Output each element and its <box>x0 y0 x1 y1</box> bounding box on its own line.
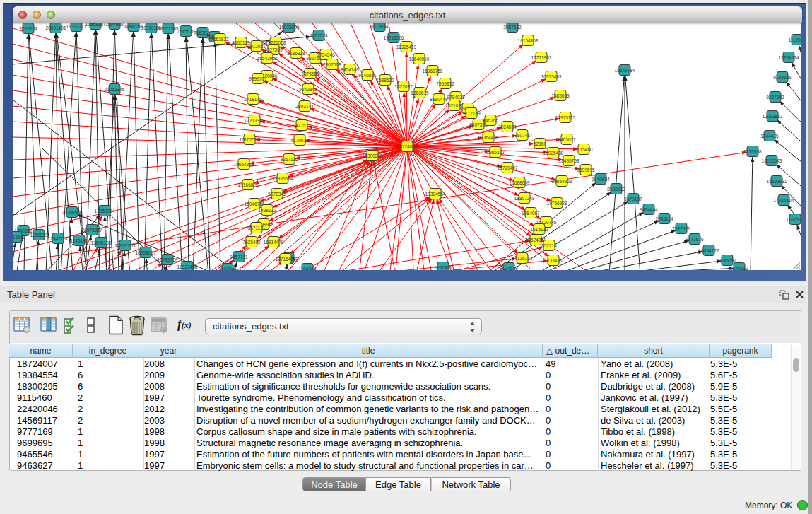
svg-text:2087682: 2087682 <box>503 25 522 30</box>
svg-text:12093852: 12093852 <box>763 114 783 119</box>
svg-text:19332771: 19332771 <box>66 24 87 29</box>
svg-text:9457791: 9457791 <box>230 255 248 259</box>
svg-text:14136141: 14136141 <box>512 256 533 261</box>
svg-text:7955812: 7955812 <box>436 81 454 86</box>
svg-text:4170012: 4170012 <box>290 138 309 143</box>
svg-text:9242848: 9242848 <box>299 87 317 92</box>
svg-text:17359924: 17359924 <box>95 209 115 214</box>
svg-text:1498222: 1498222 <box>258 208 276 213</box>
svg-text:12213967: 12213967 <box>531 55 552 60</box>
svg-text:7515526: 7515526 <box>177 29 195 34</box>
svg-text:7485063: 7485063 <box>551 93 570 98</box>
svg-text:9129966: 9129966 <box>773 75 792 80</box>
svg-text:9245612: 9245612 <box>730 266 748 271</box>
svg-text:18640910: 18640910 <box>409 57 430 62</box>
svg-text:10973493: 10973493 <box>541 74 562 79</box>
svg-text:19166825: 19166825 <box>238 182 259 187</box>
svg-text:1145191: 1145191 <box>71 238 88 243</box>
svg-text:19654923: 19654923 <box>552 179 572 184</box>
svg-text:16107556: 16107556 <box>240 137 260 142</box>
svg-text:3571121: 3571121 <box>248 226 266 230</box>
svg-text:9427512: 9427512 <box>293 123 311 128</box>
svg-text:19384554: 19384554 <box>425 192 446 197</box>
svg-text:9146821: 9146821 <box>358 73 377 78</box>
svg-text:18495758: 18495758 <box>559 158 579 163</box>
svg-text:9794028: 9794028 <box>447 95 465 100</box>
svg-text:9699695: 9699695 <box>577 168 595 173</box>
svg-text:1167534: 1167534 <box>787 217 801 222</box>
svg-text:18300295: 18300295 <box>363 153 383 158</box>
svg-text:7632621: 7632621 <box>672 226 690 231</box>
svg-text:746266: 746266 <box>483 118 498 123</box>
svg-text:16210643: 16210643 <box>762 158 782 163</box>
svg-text:10854122: 10854122 <box>699 248 719 253</box>
svg-text:1754546: 1754546 <box>317 52 335 57</box>
svg-text:3913541: 3913541 <box>13 235 25 240</box>
svg-text:8938913: 8938913 <box>607 187 625 192</box>
svg-text:1184364: 1184364 <box>299 267 317 271</box>
svg-text:12505135: 12505135 <box>91 240 112 245</box>
svg-text:16914479: 16914479 <box>264 240 284 245</box>
svg-text:18724007: 18724007 <box>397 144 418 149</box>
svg-text:20364436: 20364436 <box>478 135 499 140</box>
svg-text:9257401: 9257401 <box>434 265 452 270</box>
svg-text:16543962: 16543962 <box>257 56 278 61</box>
svg-text:13524851: 13524851 <box>526 238 546 243</box>
svg-text:16033809: 16033809 <box>279 25 300 30</box>
svg-text:20975887: 20975887 <box>82 228 102 233</box>
svg-text:12213369: 12213369 <box>245 118 265 123</box>
svg-text:1362615: 1362615 <box>411 90 429 95</box>
svg-text:8466160: 8466160 <box>124 24 143 29</box>
svg-text:9327509: 9327509 <box>264 47 283 52</box>
svg-text:12335594: 12335594 <box>273 176 293 181</box>
svg-text:15720407: 15720407 <box>498 165 518 170</box>
svg-text:9474444: 9474444 <box>640 207 658 212</box>
svg-text:1733426: 1733426 <box>544 258 563 263</box>
svg-text:7663822: 7663822 <box>211 37 229 42</box>
svg-text:15692931: 15692931 <box>767 179 787 184</box>
svg-text:8186328: 8186328 <box>287 51 305 56</box>
svg-text:9884067: 9884067 <box>522 211 540 216</box>
svg-text:10958167: 10958167 <box>136 250 156 255</box>
svg-text:16648784: 16648784 <box>615 68 635 73</box>
svg-text:6879197: 6879197 <box>624 197 642 201</box>
svg-text:8124509: 8124509 <box>500 266 518 271</box>
svg-text:1112054: 1112054 <box>789 37 801 42</box>
svg-text:9227342: 9227342 <box>766 95 784 100</box>
svg-text:3875685: 3875685 <box>301 71 319 76</box>
svg-text:12923448: 12923448 <box>177 264 198 269</box>
svg-text:3912951: 3912951 <box>247 44 266 49</box>
svg-text:10807487: 10807487 <box>512 133 533 138</box>
svg-text:19654963: 19654963 <box>234 162 254 167</box>
svg-text:7986372: 7986372 <box>486 150 505 155</box>
svg-text:8215958: 8215958 <box>743 149 762 154</box>
svg-text:8471676: 8471676 <box>686 237 704 242</box>
svg-text:3024554: 3024554 <box>498 124 517 129</box>
svg-text:12975115: 12975115 <box>555 115 576 120</box>
svg-text:1292344: 1292344 <box>218 267 237 271</box>
svg-text:9463627: 9463627 <box>558 137 576 142</box>
svg-text:2967608: 2967608 <box>323 62 341 67</box>
svg-text:1244415: 1244415 <box>760 134 779 139</box>
svg-text:8454749: 8454749 <box>341 67 359 72</box>
svg-text:10653287: 10653287 <box>86 23 106 27</box>
svg-text:16154808: 16154808 <box>518 38 539 43</box>
svg-text:1440954: 1440954 <box>592 177 610 182</box>
svg-text:1615132: 1615132 <box>530 227 548 232</box>
svg-text:17016504: 17016504 <box>774 198 794 203</box>
svg-text:2718176: 2718176 <box>244 97 262 102</box>
svg-text:7357274: 7357274 <box>310 33 328 38</box>
svg-text:20091406: 20091406 <box>46 25 66 30</box>
svg-text:5878342: 5878342 <box>268 192 286 197</box>
svg-text:16971365: 16971365 <box>158 26 179 31</box>
svg-text:2803144: 2803144 <box>295 104 314 109</box>
svg-text:2935114: 2935114 <box>656 216 673 221</box>
svg-text:16782759: 16782759 <box>158 257 178 262</box>
svg-text:3267110: 3267110 <box>281 157 298 162</box>
svg-text:17957253: 17957253 <box>115 243 136 248</box>
svg-text:9245652: 9245652 <box>718 258 736 263</box>
svg-text:20206526: 20206526 <box>62 210 83 215</box>
svg-text:852214: 852214 <box>541 243 557 248</box>
svg-text:1527602: 1527602 <box>105 23 124 27</box>
svg-text:9777169: 9777169 <box>462 111 481 116</box>
